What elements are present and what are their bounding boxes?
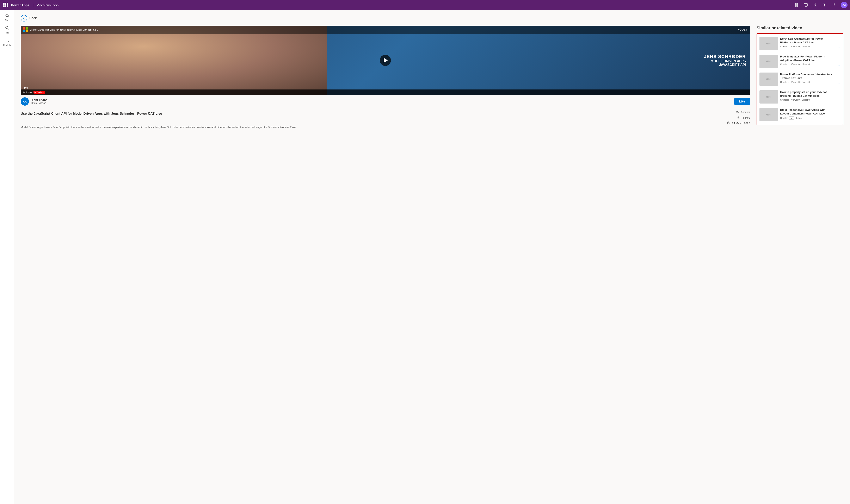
svg-line-19 xyxy=(739,30,740,31)
pipe-sep: | xyxy=(790,81,790,83)
related-title: North Star Architecture for Power Platfo… xyxy=(780,37,834,44)
related-list: North Star Architecture for Power Platfo… xyxy=(757,33,844,125)
app-body: Start Find Playlists xyxy=(0,10,850,504)
svg-point-33 xyxy=(766,96,768,98)
related-thumb xyxy=(759,73,778,86)
views-label: Views: 0 xyxy=(791,63,800,66)
dot-2 xyxy=(26,87,28,89)
sidebar-item-playlists[interactable]: Playlists xyxy=(1,36,13,48)
sidebar-item-start[interactable]: Start xyxy=(1,12,13,23)
waffle-menu[interactable] xyxy=(2,2,9,8)
screen-icon[interactable] xyxy=(803,2,809,8)
powerapps-icon[interactable] xyxy=(793,2,799,8)
more-options-button[interactable]: ··· xyxy=(836,80,840,86)
related-title: Build Responsive Power Apps With Layout … xyxy=(780,108,834,115)
related-info: How to properly set up your PVA bot gree… xyxy=(780,90,834,104)
svg-point-20 xyxy=(736,111,739,113)
pipe-sep: | xyxy=(790,98,790,101)
back-button[interactable]: Back xyxy=(21,15,844,21)
nav-separator: | xyxy=(33,3,34,6)
svg-rect-3 xyxy=(796,5,798,6)
svg-point-29 xyxy=(769,60,771,62)
pipe-sep: | xyxy=(790,45,790,48)
created-label: Created: xyxy=(780,98,789,101)
svg-line-10 xyxy=(7,28,9,30)
views-count: 0 views xyxy=(741,111,750,114)
help-icon[interactable]: ? xyxy=(831,2,837,8)
related-item[interactable]: Power Platform Connector Infrastructure … xyxy=(759,71,841,87)
svg-point-8 xyxy=(825,4,826,5)
related-info: Free Templates For Power Platform Adopti… xyxy=(780,55,834,68)
settings-icon[interactable] xyxy=(822,2,828,8)
views-stat: 0 views xyxy=(727,110,750,114)
video-overlay-text: JENS SCHRØDER MODEL DRIVEN APPS JAVASCRI… xyxy=(704,54,746,67)
play-button[interactable] xyxy=(380,55,391,66)
back-circle-icon xyxy=(21,15,27,21)
like-button[interactable]: Like xyxy=(734,98,750,105)
svg-point-36 xyxy=(766,114,768,115)
share-button[interactable]: Share xyxy=(738,29,747,31)
more-options-button[interactable]: ··· xyxy=(836,116,840,121)
svg-point-37 xyxy=(768,114,769,115)
video-stats-block: 0 views 4 likes xyxy=(21,108,750,129)
svg-point-15 xyxy=(740,29,741,29)
likes-label: Likes: 0 xyxy=(802,63,810,66)
related-item[interactable]: Build Responsive Power Apps With Layout … xyxy=(759,106,841,123)
video-description: Model Driven Apps have a JavaScript API … xyxy=(21,125,750,129)
author-row: AA Abbi Atkins 0 total videos Like xyxy=(21,97,750,106)
hub-title: Video hub (dev) xyxy=(37,3,59,7)
sidebar-find-label: Find xyxy=(5,32,9,34)
svg-point-31 xyxy=(768,78,769,80)
more-options-button[interactable]: ··· xyxy=(836,98,840,104)
svg-point-38 xyxy=(769,114,771,115)
related-meta: Created: | Views: 0 | Likes: 0 xyxy=(780,63,834,66)
content-row: Use the JavaScript Client API for Model … xyxy=(21,25,844,129)
svg-point-30 xyxy=(766,78,768,80)
ms-logo xyxy=(23,27,28,32)
more-options-button[interactable]: ··· xyxy=(836,45,840,50)
overlay-line2: JAVASCRIPT API xyxy=(704,63,746,67)
related-meta: Created: | Views: 0 | Likes: 0 xyxy=(780,45,834,48)
more-options-button[interactable]: ··· xyxy=(836,63,840,68)
sidebar-start-label: Start xyxy=(5,19,9,21)
likes-label: Likes: 0 xyxy=(802,98,810,101)
created-label: Created xyxy=(780,117,788,119)
related-item[interactable]: Free Templates For Power Platform Adopti… xyxy=(759,53,841,70)
related-title: Free Templates For Power Platform Adopti… xyxy=(780,55,834,62)
related-item[interactable]: How to properly set up your PVA bot gree… xyxy=(759,89,841,105)
user-avatar[interactable]: AA xyxy=(841,2,848,8)
thumbs-up-icon xyxy=(737,116,741,120)
pipe-sep2: | xyxy=(800,63,801,66)
related-info: Power Platform Connector Infrastructure … xyxy=(780,73,834,86)
svg-point-17 xyxy=(738,30,739,30)
sidebar: Start Find Playlists xyxy=(0,10,14,504)
download-icon[interactable] xyxy=(812,2,818,8)
youtube-bar: Watch on ▶ YouTube xyxy=(21,89,750,95)
video-player[interactable]: Use the JavaScript Client API for Model … xyxy=(21,25,750,95)
nav-icons: ? AA xyxy=(793,2,848,8)
portrait xyxy=(21,25,327,95)
author-name: Abbi Atkins xyxy=(31,98,732,102)
video-date: 24 March 2022 xyxy=(732,122,750,125)
clock-icon xyxy=(727,121,730,125)
created-label: Created: xyxy=(780,63,789,66)
likes-stat: 4 likes xyxy=(727,116,750,120)
related-item[interactable]: North Star Architecture for Power Platfo… xyxy=(759,35,841,52)
svg-rect-1 xyxy=(796,3,798,5)
author-videos: 0 total videos xyxy=(31,102,732,105)
svg-point-34 xyxy=(768,96,769,98)
video-dots xyxy=(24,87,28,89)
author-avatar: AA xyxy=(21,97,29,106)
svg-point-21 xyxy=(737,111,738,112)
related-thumb xyxy=(759,90,778,104)
likes-label: Likes: 0 xyxy=(802,81,810,83)
related-meta: Created | Likes: 0 xyxy=(780,116,834,120)
sidebar-item-find[interactable]: Find xyxy=(1,24,13,36)
pipe-sep2: | xyxy=(800,98,801,101)
pipe-sep: | xyxy=(795,117,795,119)
svg-point-16 xyxy=(740,30,741,31)
video-background: Use the JavaScript Client API for Model … xyxy=(21,25,750,95)
playlists-icon xyxy=(5,38,9,43)
created-dropdown-button[interactable] xyxy=(789,116,794,120)
right-panel: Similar or related video North St xyxy=(757,25,844,129)
